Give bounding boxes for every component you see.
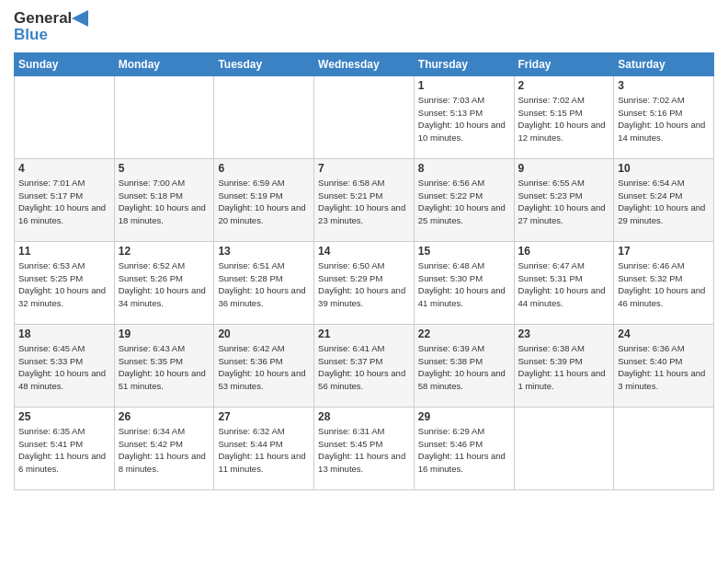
week-row-0: 1Sunrise: 7:03 AM Sunset: 5:13 PM Daylig…	[15, 75, 714, 158]
day-number: 16	[518, 245, 610, 258]
calendar-cell	[114, 75, 214, 158]
calendar-cell: 2Sunrise: 7:02 AM Sunset: 5:15 PM Daylig…	[514, 75, 614, 158]
day-info: Sunrise: 6:48 AM Sunset: 5:30 PM Dayligh…	[418, 259, 510, 310]
day-number: 29	[418, 410, 510, 423]
day-info: Sunrise: 6:47 AM Sunset: 5:31 PM Dayligh…	[518, 259, 610, 310]
weekday-header-friday: Friday	[514, 52, 614, 75]
day-number: 1	[418, 79, 510, 92]
day-info: Sunrise: 6:56 AM Sunset: 5:22 PM Dayligh…	[418, 177, 510, 227]
calendar-cell	[15, 75, 115, 158]
week-row-4: 25Sunrise: 6:35 AM Sunset: 5:41 PM Dayli…	[15, 407, 714, 489]
day-info: Sunrise: 6:41 AM Sunset: 5:37 PM Dayligh…	[318, 342, 410, 393]
day-number: 21	[318, 327, 410, 340]
day-number: 15	[418, 245, 510, 258]
day-info: Sunrise: 7:03 AM Sunset: 5:13 PM Dayligh…	[418, 94, 510, 144]
day-number: 6	[218, 162, 310, 175]
day-number: 5	[119, 162, 210, 175]
day-number: 26	[119, 410, 210, 423]
day-info: Sunrise: 6:54 AM Sunset: 5:24 PM Dayligh…	[618, 177, 710, 227]
calendar-cell: 12Sunrise: 6:52 AM Sunset: 5:26 PM Dayli…	[114, 241, 214, 324]
day-number: 22	[418, 327, 510, 340]
day-info: Sunrise: 6:58 AM Sunset: 5:21 PM Dayligh…	[318, 177, 410, 227]
day-info: Sunrise: 6:36 AM Sunset: 5:40 PM Dayligh…	[618, 342, 710, 393]
day-number: 12	[119, 245, 210, 258]
week-row-3: 18Sunrise: 6:45 AM Sunset: 5:33 PM Dayli…	[15, 324, 714, 407]
calendar-cell: 24Sunrise: 6:36 AM Sunset: 5:40 PM Dayli…	[614, 324, 714, 407]
day-number: 7	[318, 162, 410, 175]
calendar-cell: 1Sunrise: 7:03 AM Sunset: 5:13 PM Daylig…	[414, 75, 514, 158]
day-info: Sunrise: 6:51 AM Sunset: 5:28 PM Dayligh…	[218, 259, 310, 310]
calendar-cell: 21Sunrise: 6:41 AM Sunset: 5:37 PM Dayli…	[314, 324, 415, 407]
day-number: 8	[418, 162, 510, 175]
day-number: 17	[618, 245, 710, 258]
day-number: 10	[618, 162, 710, 175]
day-info: Sunrise: 6:46 AM Sunset: 5:32 PM Dayligh…	[618, 259, 710, 310]
calendar-cell: 14Sunrise: 6:50 AM Sunset: 5:29 PM Dayli…	[314, 241, 415, 324]
day-info: Sunrise: 7:01 AM Sunset: 5:17 PM Dayligh…	[18, 177, 110, 227]
day-info: Sunrise: 6:39 AM Sunset: 5:38 PM Dayligh…	[418, 342, 510, 393]
calendar-cell: 27Sunrise: 6:32 AM Sunset: 5:44 PM Dayli…	[214, 407, 314, 489]
header: General Blue	[14, 9, 714, 45]
calendar-cell	[314, 75, 415, 158]
day-number: 27	[218, 410, 310, 423]
day-info: Sunrise: 6:43 AM Sunset: 5:35 PM Dayligh…	[119, 342, 210, 393]
day-info: Sunrise: 6:32 AM Sunset: 5:44 PM Dayligh…	[218, 425, 310, 476]
day-number: 18	[18, 327, 110, 340]
day-number: 3	[618, 79, 710, 92]
calendar-cell: 3Sunrise: 7:02 AM Sunset: 5:16 PM Daylig…	[614, 75, 714, 158]
calendar-cell	[614, 407, 714, 489]
day-number: 4	[18, 162, 110, 175]
calendar-cell: 26Sunrise: 6:34 AM Sunset: 5:42 PM Dayli…	[114, 407, 214, 489]
weekday-header-row: SundayMondayTuesdayWednesdayThursdayFrid…	[15, 52, 714, 75]
calendar-cell: 11Sunrise: 6:53 AM Sunset: 5:25 PM Dayli…	[15, 241, 115, 324]
calendar-cell: 6Sunrise: 6:59 AM Sunset: 5:19 PM Daylig…	[214, 158, 314, 241]
day-info: Sunrise: 6:53 AM Sunset: 5:25 PM Dayligh…	[18, 259, 110, 310]
day-number: 2	[518, 79, 610, 92]
day-number: 9	[518, 162, 610, 175]
calendar-cell: 8Sunrise: 6:56 AM Sunset: 5:22 PM Daylig…	[414, 158, 514, 241]
weekday-header-tuesday: Tuesday	[214, 52, 314, 75]
logo-container: General Blue	[14, 9, 92, 45]
calendar-cell	[514, 407, 614, 489]
day-info: Sunrise: 6:42 AM Sunset: 5:36 PM Dayligh…	[218, 342, 310, 393]
day-info: Sunrise: 6:55 AM Sunset: 5:23 PM Dayligh…	[518, 177, 610, 227]
weekday-header-wednesday: Wednesday	[314, 52, 415, 75]
svg-marker-0	[72, 10, 88, 27]
day-info: Sunrise: 6:38 AM Sunset: 5:39 PM Dayligh…	[518, 342, 610, 393]
logo: General Blue	[14, 9, 92, 45]
day-info: Sunrise: 6:29 AM Sunset: 5:46 PM Dayligh…	[418, 425, 510, 476]
calendar-cell: 16Sunrise: 6:47 AM Sunset: 5:31 PM Dayli…	[514, 241, 614, 324]
day-info: Sunrise: 6:52 AM Sunset: 5:26 PM Dayligh…	[119, 259, 210, 310]
calendar-cell: 4Sunrise: 7:01 AM Sunset: 5:17 PM Daylig…	[15, 158, 115, 241]
day-info: Sunrise: 6:35 AM Sunset: 5:41 PM Dayligh…	[18, 425, 110, 476]
day-info: Sunrise: 6:31 AM Sunset: 5:45 PM Dayligh…	[318, 425, 410, 476]
calendar-cell: 7Sunrise: 6:58 AM Sunset: 5:21 PM Daylig…	[314, 158, 415, 241]
day-info: Sunrise: 7:02 AM Sunset: 5:16 PM Dayligh…	[618, 94, 710, 144]
day-number: 14	[318, 245, 410, 258]
calendar-table: SundayMondayTuesdayWednesdayThursdayFrid…	[14, 52, 714, 490]
calendar-cell: 29Sunrise: 6:29 AM Sunset: 5:46 PM Dayli…	[414, 407, 514, 489]
calendar-cell: 10Sunrise: 6:54 AM Sunset: 5:24 PM Dayli…	[614, 158, 714, 241]
calendar-cell: 25Sunrise: 6:35 AM Sunset: 5:41 PM Dayli…	[15, 407, 115, 489]
calendar-cell: 15Sunrise: 6:48 AM Sunset: 5:30 PM Dayli…	[414, 241, 514, 324]
calendar-cell	[214, 75, 314, 158]
logo-general: General	[14, 9, 72, 28]
weekday-header-thursday: Thursday	[414, 52, 514, 75]
calendar-cell: 18Sunrise: 6:45 AM Sunset: 5:33 PM Dayli…	[15, 324, 115, 407]
day-number: 25	[18, 410, 110, 423]
calendar-cell: 28Sunrise: 6:31 AM Sunset: 5:45 PM Dayli…	[314, 407, 415, 489]
day-number: 13	[218, 245, 310, 258]
day-info: Sunrise: 7:00 AM Sunset: 5:18 PM Dayligh…	[119, 177, 210, 227]
day-info: Sunrise: 6:45 AM Sunset: 5:33 PM Dayligh…	[18, 342, 110, 393]
weekday-header-monday: Monday	[114, 52, 214, 75]
calendar-cell: 19Sunrise: 6:43 AM Sunset: 5:35 PM Dayli…	[114, 324, 214, 407]
week-row-1: 4Sunrise: 7:01 AM Sunset: 5:17 PM Daylig…	[15, 158, 714, 241]
calendar-cell: 9Sunrise: 6:55 AM Sunset: 5:23 PM Daylig…	[514, 158, 614, 241]
day-info: Sunrise: 7:02 AM Sunset: 5:15 PM Dayligh…	[518, 94, 610, 144]
day-number: 20	[218, 327, 310, 340]
day-number: 19	[119, 327, 210, 340]
day-info: Sunrise: 6:34 AM Sunset: 5:42 PM Dayligh…	[119, 425, 210, 476]
logo-blue: Blue	[14, 26, 48, 44]
day-number: 24	[618, 327, 710, 340]
day-number: 11	[18, 245, 110, 258]
